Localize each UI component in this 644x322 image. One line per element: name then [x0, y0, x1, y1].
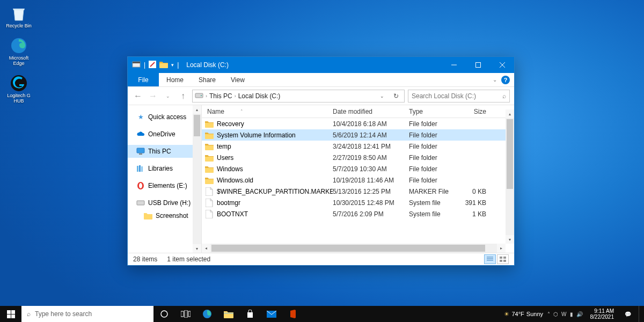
sidebar-item-quick-access[interactable]: ★ Quick access	[128, 111, 201, 123]
forward-button[interactable]: →	[147, 90, 159, 102]
status-bar: 28 items 1 item selected	[128, 253, 514, 265]
file-name: $WINRE_BACKUP_PARTITION.MARKER	[217, 188, 333, 195]
cortana-button[interactable]	[153, 306, 175, 322]
up-button[interactable]: ↑	[177, 90, 189, 102]
file-row[interactable]: bootmgr10/30/2015 12:48 PMSystem file391…	[202, 197, 514, 208]
scroll-right-icon[interactable]: ▸	[497, 244, 506, 253]
taskbar-clock[interactable]: 9:11 AM 8/22/2021	[587, 308, 618, 320]
search-box[interactable]: ⌕	[408, 90, 510, 103]
file-row[interactable]: Windows.old10/19/2018 11:46 AMFile folde…	[202, 174, 514, 186]
tray-volume-icon[interactable]: 🔊	[576, 311, 583, 317]
sidebar-item-libraries[interactable]: Libraries	[128, 162, 201, 175]
svg-rect-9	[139, 153, 142, 155]
desktop-icon-logitech-g-hub[interactable]: Logitech G HUB	[3, 74, 34, 104]
tab-view[interactable]: View	[223, 73, 252, 86]
sidebar-item-usb-drive[interactable]: USB Drive (H:)	[128, 196, 201, 209]
file-row[interactable]: Windows5/7/2019 10:30 AMFile folder	[202, 163, 514, 174]
taskbar-search[interactable]: ⌕ Type here to search	[21, 306, 153, 322]
close-button[interactable]	[490, 57, 514, 73]
desktop-icon-microsoft-edge[interactable]: Microsoft Edge	[3, 36, 34, 67]
svg-point-7	[201, 95, 202, 96]
svg-rect-26	[185, 310, 187, 318]
file-row[interactable]: $WINRE_BACKUP_PARTITION.MARKER5/13/2016 …	[202, 186, 514, 197]
search-icon[interactable]: ⌕	[502, 92, 506, 100]
column-size[interactable]: Size	[458, 108, 491, 115]
desktop-icon-recycle-bin[interactable]: Recycle Bin	[3, 4, 34, 29]
start-button[interactable]	[0, 306, 21, 322]
file-type: File folder	[409, 120, 458, 128]
file-name: temp	[217, 143, 333, 150]
qat-overflow-icon[interactable]: ▾	[171, 62, 174, 68]
tray-chevron-icon[interactable]: ˄	[547, 311, 550, 317]
titlebar[interactable]: | ▾ | Local Disk (C:)	[128, 57, 514, 73]
taskbar-edge-icon[interactable]	[196, 306, 218, 322]
sidebar-item-this-pc[interactable]: This PC	[128, 145, 201, 158]
large-icons-view-button[interactable]	[497, 254, 509, 264]
weather-widget[interactable]: ☀ 74°F Sunny	[504, 311, 543, 318]
scroll-up-icon[interactable]: ▴	[506, 109, 514, 118]
file-row[interactable]: temp3/24/2018 12:41 PMFile folder	[202, 141, 514, 152]
show-desktop-button[interactable]	[639, 306, 642, 322]
maximize-button[interactable]	[466, 57, 490, 73]
content-scrollbar-vertical[interactable]: ▴ ▾	[506, 118, 514, 244]
navigation-bar: ← → ⌄ ↑ › This PC › Local Disk (C:) ⌄ ↻ …	[128, 87, 514, 105]
taskbar-mail-icon[interactable]	[261, 306, 282, 322]
refresh-button[interactable]: ↻	[390, 90, 402, 102]
tab-home[interactable]: Home	[159, 73, 191, 86]
sidebar-item-onedrive[interactable]: OneDrive	[128, 128, 201, 141]
help-icon[interactable]: ?	[501, 76, 510, 84]
taskbar-office-icon[interactable]	[282, 306, 304, 322]
ribbon-expand-icon[interactable]: ⌄	[493, 77, 497, 83]
address-dropdown-button[interactable]: ⌄	[376, 90, 388, 102]
scroll-down-icon[interactable]: ▾	[193, 244, 201, 253]
chevron-right-icon[interactable]: ›	[235, 93, 236, 99]
status-item-count: 28 items	[133, 255, 157, 263]
file-date: 2/27/2019 8:50 AM	[333, 154, 409, 162]
task-view-button[interactable]	[175, 306, 196, 322]
minimize-button[interactable]	[442, 57, 466, 73]
sidebar-item-elements[interactable]: Elements (E:)	[128, 179, 201, 192]
file-row[interactable]: Recovery10/4/2018 6:18 AMFile folder	[202, 118, 514, 129]
navigation-pane: ★ Quick access OneDrive This PC Librarie…	[128, 105, 202, 253]
system-menu-icon[interactable]	[132, 61, 141, 70]
file-name: Recovery	[217, 120, 333, 128]
chevron-right-icon[interactable]: ›	[206, 93, 207, 99]
scroll-thumb[interactable]	[507, 119, 513, 189]
file-row[interactable]: Users2/27/2019 8:50 AMFile folder	[202, 152, 514, 163]
file-row[interactable]: BOOTNXT5/7/2016 2:09 PMSystem file1 KB	[202, 208, 514, 219]
tray-icon[interactable]: ⬡	[553, 311, 558, 317]
notifications-button[interactable]: 💬	[621, 311, 634, 317]
file-date: 10/4/2018 6:18 AM	[333, 120, 409, 128]
content-scrollbar-horizontal[interactable]: ◂ ▸	[202, 244, 506, 253]
sidebar-item-screenshot[interactable]: Screenshot	[128, 209, 201, 222]
details-view-button[interactable]	[484, 254, 496, 264]
taskbar-store-icon[interactable]	[239, 306, 261, 322]
tray-icon[interactable]: W	[561, 311, 566, 317]
column-type[interactable]: Type	[409, 108, 458, 115]
address-bar[interactable]: › This PC › Local Disk (C:) ⌄ ↻	[192, 90, 405, 103]
back-button[interactable]: ←	[132, 90, 144, 102]
sidebar-scrollbar[interactable]: ▴ ▾	[193, 105, 201, 253]
breadcrumb-local-disk[interactable]: Local Disk (C:)	[238, 92, 281, 100]
folder-icon	[205, 153, 214, 162]
svg-rect-5	[475, 63, 480, 68]
recent-locations-button[interactable]: ⌄	[162, 90, 174, 102]
taskbar-file-explorer-icon[interactable]	[218, 306, 239, 322]
scroll-down-icon[interactable]: ▾	[506, 235, 514, 244]
qat-properties-icon[interactable]	[149, 61, 156, 70]
search-input[interactable]	[412, 92, 502, 100]
file-row[interactable]: System Volume Information5/6/2019 12:14 …	[202, 129, 514, 141]
breadcrumb-this-pc[interactable]: This PC	[209, 92, 232, 100]
scroll-up-icon[interactable]: ▴	[193, 105, 201, 114]
file-list: Name˄ Date modified Type Size Recovery10…	[202, 105, 514, 253]
file-tab[interactable]: File	[128, 73, 159, 86]
tab-share[interactable]: Share	[191, 73, 223, 86]
column-name[interactable]: Name	[207, 108, 224, 115]
scroll-left-icon[interactable]: ◂	[202, 244, 210, 253]
scroll-thumb[interactable]	[194, 115, 200, 136]
column-date[interactable]: Date modified	[333, 108, 409, 115]
tray-network-icon[interactable]: ▮	[570, 311, 573, 317]
qat-folder-icon[interactable]	[159, 61, 168, 70]
system-tray[interactable]: ˄ ⬡ W ▮ 🔊	[547, 311, 582, 317]
scroll-thumb[interactable]	[211, 245, 485, 252]
